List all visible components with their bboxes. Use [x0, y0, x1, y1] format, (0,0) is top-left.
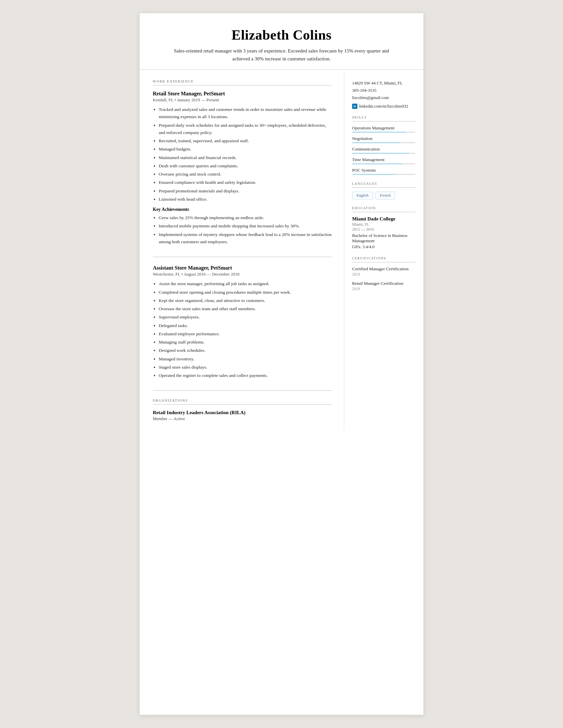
job-1-title: Retail Store Manager, PetSmart [153, 91, 332, 97]
work-experience-divider [153, 85, 332, 85]
list-item: Dealt with customer queries and complain… [159, 162, 332, 170]
skill-bar-bg [352, 142, 415, 143]
list-item: Implemented systems of mystery shoppers … [159, 231, 332, 246]
skill-bar-fill [352, 153, 409, 154]
skill-poc-systems: POC Systems [352, 168, 415, 175]
list-item: Maintained statistical and financial rec… [159, 154, 332, 161]
address: 14829 SW 44 CT, Miami, FL [352, 80, 415, 87]
org-meta: Member — Active [153, 416, 332, 421]
sidebar-column: 14829 SW 44 CT, Miami, FL 305-104-3535 l… [344, 70, 423, 309]
job-2-bullets: Assist the store manager, performing all… [153, 280, 332, 379]
organizations-label: ORGANIZATIONS [153, 399, 332, 402]
resume-header: Elizabeth Colins Sales-oriented retail m… [140, 13, 423, 70]
job-2: Assistant Store Manager, PetSmart Westch… [153, 265, 332, 391]
email: lizcolins@gmail.com [352, 94, 415, 101]
skill-bar-bg [352, 132, 415, 133]
main-column: WORK EXPERIENCE Retail Store Manager, Pe… [140, 70, 344, 431]
org-name: Retail Industry Leaders Association (RIL… [153, 410, 332, 415]
list-item: Managing staff problems. [159, 339, 332, 346]
skill-name: Communication [352, 147, 415, 152]
degree: Bachelor of Science in Business Manageme… [352, 233, 415, 244]
skill-bar-bg [352, 163, 415, 164]
skills-divider [352, 121, 415, 121]
gpa: GPA: 3.4/4.0 [352, 244, 415, 249]
job-2-title: Assistant Store Manager, PetSmart [153, 265, 332, 271]
list-item: Delegated tasks. [159, 322, 332, 329]
list-item: Oversaw pricing and stock control. [159, 171, 332, 178]
skill-name: Time Management [352, 157, 415, 162]
skill-negotiation: Negotiation [352, 136, 415, 143]
certifications-divider [352, 262, 415, 262]
cert-1-year: 2019 [352, 272, 415, 277]
list-item: Designed work schedules. [159, 347, 332, 354]
job-2-meta: Westchester, FL • August 2016 — December… [153, 272, 332, 277]
skill-bar-fill [352, 174, 396, 175]
skill-name: POC Systems [352, 168, 415, 173]
education-label: EDUCATION [352, 207, 415, 210]
job-1-achievements: Grew sales by 25% through implementing a… [153, 214, 332, 246]
certifications-label: CERTIFICATIONS [352, 257, 415, 260]
list-item: Evaluated employee performance. [159, 330, 332, 338]
skill-bar-bg [352, 153, 415, 154]
cert-2-name: Retail Manager Certification [352, 281, 415, 286]
candidate-summary: Sales-oriented retail manager with 3 yea… [166, 47, 397, 63]
list-item: Grew sales by 25% through implementing a… [159, 214, 332, 221]
skill-operations-management: Operations Management [352, 125, 415, 133]
organizations-section: ORGANIZATIONS Retail Industry Leaders As… [153, 399, 332, 421]
language-french: French [376, 192, 395, 199]
certifications-section: CERTIFICATIONS Certified Manager Certifi… [352, 257, 415, 291]
skills-label: SKILLS [352, 116, 415, 119]
skill-communication: Communication [352, 147, 415, 154]
work-experience-label: WORK EXPERIENCE [153, 80, 332, 83]
cert-2-year: 2019 [352, 286, 415, 291]
linkedin-url: linkedin.com/in/lizcolins932 [359, 103, 408, 110]
language-english: English [352, 192, 373, 199]
list-item: Recruited, trained, supervised, and appr… [159, 137, 332, 145]
education-divider [352, 212, 415, 212]
list-item: Supervised employees. [159, 314, 332, 321]
list-item: Assist the store manager, performing all… [159, 280, 332, 287]
organizations-divider [153, 404, 332, 405]
cert-1-name: Certified Manager Certification [352, 266, 415, 272]
skill-name: Negotiation [352, 136, 415, 141]
list-item: Introduced mobile payments and mobile sh… [159, 222, 332, 230]
skill-name: Operations Management [352, 125, 415, 131]
list-item: Prepared promotional materials and displ… [159, 187, 332, 195]
list-item: Completed store opening and closing proc… [159, 289, 332, 296]
languages-section: LANGUAGES English French [352, 182, 415, 199]
list-item: Prepared daily work schedules for and as… [159, 122, 332, 137]
list-item: Staged store sales displays. [159, 364, 332, 371]
skill-time-management: Time Management [352, 157, 415, 164]
skill-bar-fill [352, 163, 403, 164]
job-1-meta: Kendall, FL • January 2019 — Present [153, 97, 332, 103]
skill-bar-fill [352, 132, 406, 133]
candidate-name: Elizabeth Colins [159, 27, 404, 43]
contact-info: 14829 SW 44 CT, Miami, FL 305-104-3535 l… [352, 80, 415, 110]
skill-bar-fill [352, 142, 400, 143]
languages-row: English French [352, 192, 415, 199]
key-achievements-label: Key Achievements [153, 207, 332, 212]
list-item: Tracked and analyzed sales and customer … [159, 106, 332, 121]
list-item: Managed inventory. [159, 355, 332, 363]
list-item: Ensured compliance with health and safet… [159, 179, 332, 186]
list-item: Managed budgets. [159, 146, 332, 153]
phone: 305-104-3535 [352, 87, 415, 94]
school-years: 2012 — 2016 [352, 227, 415, 232]
list-item: Liaisoned with head office. [159, 196, 332, 203]
school-location: Miami, FL [352, 222, 415, 227]
languages-divider [352, 187, 415, 188]
school-name: Miami Dade College [352, 216, 415, 222]
list-item: Oversaw the store sales team and other s… [159, 305, 332, 313]
list-item: Kept the store organized, clean, and att… [159, 297, 332, 304]
job-1: Retail Store Manager, PetSmart Kendall, … [153, 91, 332, 257]
resume-body: WORK EXPERIENCE Retail Store Manager, Pe… [140, 70, 423, 431]
education-section: EDUCATION Miami Dade College Miami, FL 2… [352, 207, 415, 249]
skills-section: SKILLS Operations Management Negotiation… [352, 116, 415, 175]
job-1-bullets: Tracked and analyzed sales and customer … [153, 106, 332, 203]
linkedin-row: in linkedin.com/in/lizcolins932 [352, 103, 415, 110]
skill-bar-bg [352, 174, 415, 175]
list-item: Operated the register to complete sales … [159, 372, 332, 379]
languages-label: LANGUAGES [352, 182, 415, 185]
resume-document: Elizabeth Colins Sales-oriented retail m… [140, 13, 423, 715]
linkedin-icon: in [352, 104, 357, 109]
